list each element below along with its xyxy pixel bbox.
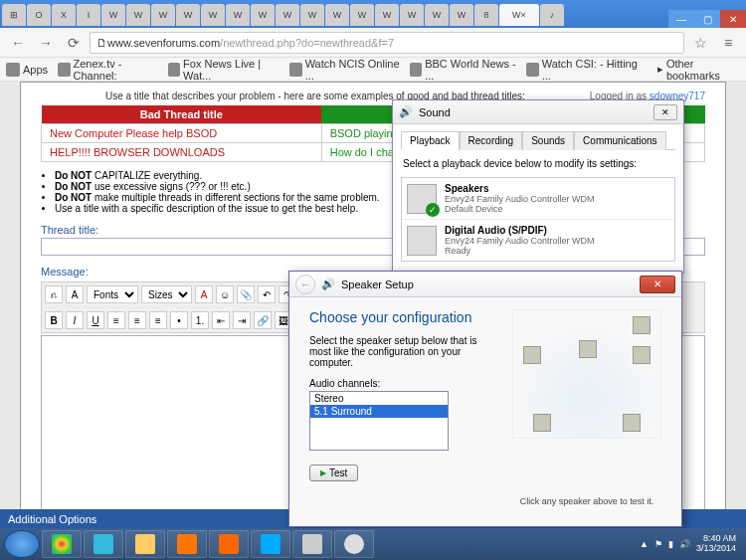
- tab[interactable]: W: [151, 4, 175, 26]
- bookmark[interactable]: Fox News Live | Wat...: [168, 58, 280, 82]
- tab[interactable]: W: [375, 4, 399, 26]
- tab[interactable]: ♪: [540, 4, 564, 26]
- bookmark-icon: [168, 63, 180, 77]
- device-speakers[interactable]: ✓ SpeakersEnvy24 Family Audio Controller…: [402, 178, 674, 220]
- speaker-fr-icon[interactable]: [633, 346, 651, 364]
- tab-playback[interactable]: Playback: [401, 131, 460, 150]
- bookmark[interactable]: Zenex.tv - Channel:: [58, 58, 158, 82]
- bookmark[interactable]: Watch CSI: - Hitting ...: [526, 58, 638, 82]
- bold-button[interactable]: B: [45, 311, 63, 329]
- align-left-button[interactable]: ≡: [107, 311, 125, 329]
- outdent-button[interactable]: ⇤: [212, 311, 230, 329]
- sound-icon: [344, 534, 364, 554]
- bookmark[interactable]: BBC World News - ...: [410, 58, 516, 82]
- speaker-c-icon[interactable]: [579, 340, 597, 358]
- tab-recording[interactable]: Recording: [460, 131, 523, 150]
- channels-listbox[interactable]: Stereo 5.1 Surround: [309, 391, 449, 451]
- menu-icon[interactable]: ≡: [716, 31, 740, 55]
- tab[interactable]: W: [325, 4, 349, 26]
- speaker-sub-icon[interactable]: [633, 316, 651, 334]
- tab[interactable]: W: [226, 4, 250, 26]
- list-num-button[interactable]: 1.: [191, 311, 209, 329]
- task-app[interactable]: [292, 530, 332, 558]
- smiley-button[interactable]: ☺: [216, 285, 234, 303]
- bookmark[interactable]: Watch NCIS Online ...: [289, 58, 400, 82]
- tab[interactable]: W: [300, 4, 324, 26]
- align-right-button[interactable]: ≡: [149, 311, 167, 329]
- apps-button[interactable]: Apps: [6, 63, 48, 77]
- option-51[interactable]: 5.1 Surround: [310, 405, 448, 418]
- link-button[interactable]: 🔗: [254, 311, 272, 329]
- tab[interactable]: O: [27, 4, 51, 26]
- back-icon[interactable]: ←: [295, 275, 315, 294]
- clock[interactable]: 8:40 AM3/13/2014: [696, 534, 736, 554]
- underline-button[interactable]: U: [87, 311, 104, 329]
- align-center-button[interactable]: ≡: [128, 311, 146, 329]
- back-button[interactable]: ←: [6, 31, 30, 55]
- tab[interactable]: W: [201, 4, 225, 26]
- window-maximize-button[interactable]: ▢: [694, 10, 720, 28]
- sound-desc: Select a playback device below to modify…: [403, 158, 673, 169]
- task-ie[interactable]: [84, 530, 123, 558]
- task-wmp[interactable]: [167, 530, 207, 558]
- sizes-select[interactable]: Sizes: [141, 285, 192, 303]
- device-spdif[interactable]: Digital Audio (S/PDIF)Envy24 Family Audi…: [402, 220, 674, 261]
- tab[interactable]: W: [400, 4, 424, 26]
- option-stereo[interactable]: Stereo: [310, 392, 448, 405]
- url-bar[interactable]: 🗋 www.sevenforums.com/newthread.php?do=n…: [90, 32, 684, 54]
- task-sound[interactable]: [334, 530, 374, 558]
- tab[interactable]: W: [276, 4, 299, 26]
- tab[interactable]: W: [101, 4, 125, 26]
- speaker-rr-icon[interactable]: [623, 414, 641, 432]
- fonts-select[interactable]: Fonts: [87, 285, 138, 303]
- tab[interactable]: ⊞: [2, 4, 26, 26]
- flag-icon[interactable]: ⚑: [654, 539, 662, 549]
- wmp-icon: [177, 534, 197, 554]
- task-firefox[interactable]: [209, 530, 249, 558]
- system-tray[interactable]: ▲ ⚑ ▮ 🔊 8:40 AM3/13/2014: [640, 534, 742, 554]
- tab-communications[interactable]: Communications: [574, 131, 665, 150]
- reload-button[interactable]: ⟳: [62, 31, 86, 55]
- ie-icon: [93, 534, 113, 554]
- speaker-fl-icon[interactable]: [523, 346, 541, 364]
- indent-button[interactable]: ⇥: [233, 311, 251, 329]
- task-chrome[interactable]: [42, 530, 82, 558]
- undo-button[interactable]: ↶: [258, 285, 276, 303]
- tab[interactable]: W: [425, 4, 449, 26]
- tab[interactable]: X: [52, 4, 76, 26]
- tab-sounds[interactable]: Sounds: [522, 131, 574, 150]
- start-button[interactable]: [4, 530, 40, 558]
- list-button[interactable]: •: [170, 311, 188, 329]
- bookmark-icon: [410, 63, 422, 77]
- speaker-desc: Select the speaker setup below that is m…: [309, 335, 492, 368]
- attach-button[interactable]: 📎: [237, 285, 255, 303]
- tab[interactable]: W: [176, 4, 200, 26]
- close-button[interactable]: ✕: [640, 276, 675, 293]
- forward-button[interactable]: →: [34, 31, 58, 55]
- other-bookmarks[interactable]: ▸ Other bookmarks: [657, 58, 740, 82]
- tray-icon[interactable]: ▲: [640, 539, 649, 549]
- window-minimize-button[interactable]: —: [668, 10, 694, 28]
- tab[interactable]: W: [251, 4, 275, 26]
- tab[interactable]: 8: [474, 4, 498, 26]
- speaker-rl-icon[interactable]: [533, 414, 551, 432]
- tab-active[interactable]: W ×: [499, 4, 539, 26]
- speaker-titlebar[interactable]: ← 🔊 Speaker Setup ✕: [289, 272, 681, 297]
- tab[interactable]: W: [350, 4, 374, 26]
- task-explorer[interactable]: [125, 530, 165, 558]
- tab[interactable]: W: [126, 4, 150, 26]
- volume-icon[interactable]: 🔊: [679, 539, 690, 549]
- task-skype[interactable]: [251, 530, 290, 558]
- test-button[interactable]: Test: [309, 465, 358, 481]
- network-icon[interactable]: ▮: [668, 539, 673, 549]
- italic-button[interactable]: I: [66, 311, 84, 329]
- close-button[interactable]: ✕: [653, 104, 677, 120]
- tab[interactable]: W: [450, 4, 473, 26]
- sound-titlebar[interactable]: 🔊 Sound ✕: [393, 100, 683, 124]
- color-button[interactable]: A: [195, 285, 213, 303]
- toolbar-button[interactable]: ⎌: [45, 285, 63, 303]
- window-close-button[interactable]: ✕: [720, 10, 746, 28]
- star-icon[interactable]: ☆: [688, 31, 712, 55]
- toolbar-button[interactable]: A: [66, 285, 84, 303]
- tab[interactable]: I: [77, 4, 100, 26]
